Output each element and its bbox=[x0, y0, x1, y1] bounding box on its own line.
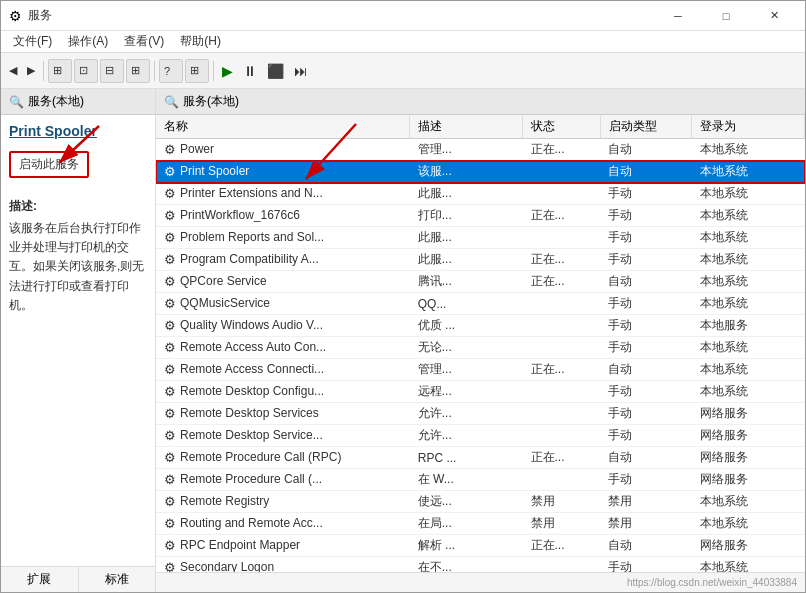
col-name[interactable]: 名称 bbox=[156, 115, 410, 139]
service-status bbox=[523, 403, 601, 425]
service-desc: QQ... bbox=[410, 293, 523, 315]
table-row[interactable]: ⚙Remote Registry使远...禁用禁用本地系统 bbox=[156, 491, 805, 513]
service-name-cell: ⚙Routing and Remote Acc... bbox=[156, 513, 410, 535]
service-desc: 在不... bbox=[410, 557, 523, 573]
service-startup: 自动 bbox=[600, 271, 692, 293]
service-startup: 手动 bbox=[600, 249, 692, 271]
start-service-button[interactable]: 启动此服务 bbox=[9, 151, 89, 178]
service-name-cell: ⚙Problem Reports and Sol... bbox=[156, 227, 410, 249]
window-title: 服务 bbox=[28, 7, 52, 24]
table-row[interactable]: ⚙Quality Windows Audio V...优质 ...手动本地服务 bbox=[156, 315, 805, 337]
service-desc: 打印... bbox=[410, 205, 523, 227]
service-login: 本地系统 bbox=[692, 557, 805, 573]
table-row[interactable]: ⚙Print Spooler该服...自动本地系统 bbox=[156, 161, 805, 183]
menu-bar: 文件(F) 操作(A) 查看(V) 帮助(H) bbox=[1, 31, 805, 53]
panel-title[interactable]: Print Spooler bbox=[9, 123, 147, 139]
service-name-cell: ⚙QPCore Service bbox=[156, 271, 410, 293]
minimize-button[interactable]: ─ bbox=[655, 1, 701, 31]
service-startup: 手动 bbox=[600, 425, 692, 447]
service-login: 网络服务 bbox=[692, 447, 805, 469]
service-desc: 此服... bbox=[410, 249, 523, 271]
table-row[interactable]: ⚙Remote Desktop Services允许...手动网络服务 bbox=[156, 403, 805, 425]
main-content: 🔍 服务(本地) 名称 描述 状态 启动类型 登录为 bbox=[156, 89, 805, 592]
service-status: 正在... bbox=[523, 447, 601, 469]
toolbar-btn-3[interactable]: ⊟ bbox=[100, 59, 124, 83]
service-status bbox=[523, 227, 601, 249]
service-status: 正在... bbox=[523, 205, 601, 227]
forward-button[interactable]: ▶ bbox=[23, 57, 39, 85]
table-row[interactable]: ⚙Remote Access Connecti...管理...正在...自动本地… bbox=[156, 359, 805, 381]
service-name-cell: ⚙Remote Desktop Configu... bbox=[156, 381, 410, 403]
back-button[interactable]: ◀ bbox=[5, 57, 21, 85]
menu-help[interactable]: 帮助(H) bbox=[172, 31, 229, 52]
table-row[interactable]: ⚙Routing and Remote Acc...在局...禁用禁用本地系统 bbox=[156, 513, 805, 535]
table-row[interactable]: ⚙Printer Extensions and N...此服...手动本地系统 bbox=[156, 183, 805, 205]
table-row[interactable]: ⚙Power管理...正在...自动本地系统 bbox=[156, 139, 805, 161]
service-login: 本地系统 bbox=[692, 271, 805, 293]
table-row[interactable]: ⚙Problem Reports and Sol...此服...手动本地系统 bbox=[156, 227, 805, 249]
table-row[interactable]: ⚙Remote Desktop Configu...远程...手动本地系统 bbox=[156, 381, 805, 403]
service-name-cell: ⚙Remote Procedure Call (... bbox=[156, 469, 410, 491]
service-status: 正在... bbox=[523, 271, 601, 293]
menu-view[interactable]: 查看(V) bbox=[116, 31, 172, 52]
service-login: 本地系统 bbox=[692, 293, 805, 315]
table-row[interactable]: ⚙Remote Procedure Call (... 在 W...手动网络服务 bbox=[156, 469, 805, 491]
status-url: https://blog.csdn.net/weixin_44033884 bbox=[627, 577, 797, 588]
table-row[interactable]: ⚙Remote Desktop Service...允许...手动网络服务 bbox=[156, 425, 805, 447]
nav-tabs: 扩展 标准 bbox=[1, 566, 155, 592]
service-status: 禁用 bbox=[523, 513, 601, 535]
toolbar-separator-2 bbox=[154, 61, 155, 81]
service-login: 本地系统 bbox=[692, 337, 805, 359]
service-login: 网络服务 bbox=[692, 469, 805, 491]
service-startup: 自动 bbox=[600, 535, 692, 557]
service-desc: 该服... bbox=[410, 161, 523, 183]
menu-file[interactable]: 文件(F) bbox=[5, 31, 60, 52]
toolbar-pause[interactable]: ⏸ bbox=[239, 57, 261, 85]
table-row[interactable]: ⚙RPC Endpoint Mapper解析 ...正在...自动网络服务 bbox=[156, 535, 805, 557]
table-row[interactable]: ⚙PrintWorkflow_1676c6打印...正在...手动本地系统 bbox=[156, 205, 805, 227]
table-row[interactable]: ⚙QQMusicServiceQQ...手动本地系统 bbox=[156, 293, 805, 315]
toolbar-btn-1[interactable]: ⊞ bbox=[48, 59, 72, 83]
service-desc: 此服... bbox=[410, 183, 523, 205]
service-name-cell: ⚙Remote Access Connecti... bbox=[156, 359, 410, 381]
service-name-cell: ⚙PrintWorkflow_1676c6 bbox=[156, 205, 410, 227]
toolbar: ◀ ▶ ⊞ ⊡ ⊟ ⊞ ? ⊞ ▶ ⏸ ⬛ ⏭ bbox=[1, 53, 805, 89]
toolbar-btn-2[interactable]: ⊡ bbox=[74, 59, 98, 83]
nav-header: 🔍 服务(本地) bbox=[1, 89, 155, 115]
toolbar-btn-6[interactable]: ⊞ bbox=[185, 59, 209, 83]
service-name-cell: ⚙Remote Desktop Service... bbox=[156, 425, 410, 447]
service-name-cell: ⚙Power bbox=[156, 139, 410, 161]
services-table[interactable]: 名称 描述 状态 启动类型 登录为 ⚙Power管理...正在...自动本地系统… bbox=[156, 115, 805, 572]
toolbar-btn-4[interactable]: ⊞ bbox=[126, 59, 150, 83]
toolbar-play[interactable]: ▶ bbox=[218, 57, 237, 85]
service-login: 本地系统 bbox=[692, 513, 805, 535]
close-button[interactable]: ✕ bbox=[751, 1, 797, 31]
tab-standard[interactable]: 标准 bbox=[79, 567, 156, 592]
toolbar-btn-5[interactable]: ? bbox=[159, 59, 183, 83]
service-startup: 手动 bbox=[600, 293, 692, 315]
service-startup: 禁用 bbox=[600, 491, 692, 513]
service-name-cell: ⚙Printer Extensions and N... bbox=[156, 183, 410, 205]
service-startup: 手动 bbox=[600, 337, 692, 359]
table-row[interactable]: ⚙Remote Access Auto Con...无论...手动本地系统 bbox=[156, 337, 805, 359]
nav-header-text: 服务(本地) bbox=[28, 93, 84, 110]
toolbar-stop[interactable]: ⬛ bbox=[263, 57, 288, 85]
service-desc: 无论... bbox=[410, 337, 523, 359]
service-desc: 在局... bbox=[410, 513, 523, 535]
toolbar-restart[interactable]: ⏭ bbox=[290, 57, 312, 85]
table-row[interactable]: ⚙Remote Procedure Call (RPC)RPC ...正在...… bbox=[156, 447, 805, 469]
col-status[interactable]: 状态 bbox=[523, 115, 601, 139]
table-row[interactable]: ⚙QPCore Service腾讯...正在...自动本地系统 bbox=[156, 271, 805, 293]
col-desc[interactable]: 描述 bbox=[410, 115, 523, 139]
service-status bbox=[523, 161, 601, 183]
col-login[interactable]: 登录为 bbox=[692, 115, 805, 139]
table-header: 名称 描述 状态 启动类型 登录为 bbox=[156, 115, 805, 139]
maximize-button[interactable]: □ bbox=[703, 1, 749, 31]
col-startup[interactable]: 启动类型 bbox=[600, 115, 692, 139]
menu-action[interactable]: 操作(A) bbox=[60, 31, 116, 52]
table-row[interactable]: ⚙Secondary Logon在不...手动本地系统 bbox=[156, 557, 805, 573]
service-name-cell: ⚙Print Spooler bbox=[156, 161, 410, 183]
service-desc: 远程... bbox=[410, 381, 523, 403]
table-row[interactable]: ⚙Program Compatibility A...此服...正在...手动本… bbox=[156, 249, 805, 271]
tab-expand[interactable]: 扩展 bbox=[1, 567, 79, 592]
